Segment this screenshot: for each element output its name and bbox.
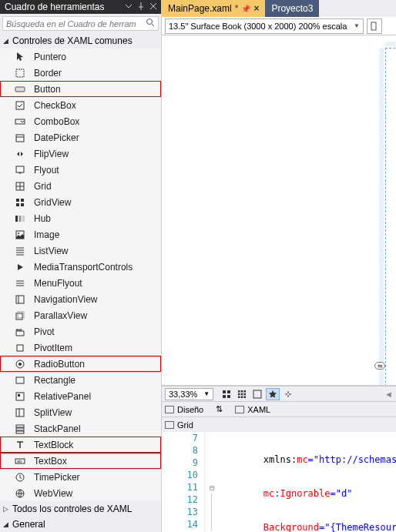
toolbox-item-datepicker[interactable]: DatePicker bbox=[0, 129, 161, 146]
tab-proyecto3[interactable]: Proyecto3 bbox=[265, 0, 319, 17]
toolbox-item-stackpanel[interactable]: StackPanel bbox=[0, 420, 161, 437]
toolbox-item-label: WebView bbox=[34, 488, 72, 499]
tab-mainpage[interactable]: MainPage.xaml* 📌 × bbox=[162, 0, 265, 17]
hub-icon bbox=[14, 212, 26, 225]
fold-margin[interactable]: ⊟ bbox=[205, 432, 219, 532]
toolbox-item-label: Grid bbox=[34, 181, 52, 192]
snap-icon[interactable] bbox=[281, 388, 295, 400]
toolbox-item-textbox[interactable]: abTextBox bbox=[0, 453, 161, 469]
device-selector[interactable]: 13.5" Surface Book (3000 x 2000) 200% es… bbox=[165, 18, 364, 34]
toolbox-item-listview[interactable]: ListView bbox=[0, 243, 161, 259]
toolbox-item-parallaxview[interactable]: ParallaxView bbox=[0, 307, 161, 323]
toolbox-item-splitview[interactable]: SplitView bbox=[0, 404, 161, 420]
toolbox-item-checkbox[interactable]: CheckBox bbox=[0, 97, 161, 113]
toolbox-item-label: RadioButton bbox=[34, 359, 85, 370]
orientation-icon[interactable] bbox=[367, 18, 382, 34]
rectangle-icon bbox=[14, 374, 26, 386]
datepicker-icon bbox=[14, 132, 26, 144]
toolbox-item-flipview[interactable]: FlipView bbox=[0, 146, 161, 162]
collapse-icon: ◢ bbox=[3, 520, 12, 528]
toolbox-item-label: SplitView bbox=[34, 407, 72, 418]
fit-icon[interactable] bbox=[250, 388, 264, 400]
toolbox-item-timepicker[interactable]: TimePicker bbox=[0, 469, 161, 485]
scroll-left-icon[interactable]: ◄ bbox=[384, 390, 393, 399]
search-input[interactable] bbox=[3, 18, 143, 30]
group-common-xaml[interactable]: ◢ Controles de XAML comunes bbox=[0, 33, 161, 49]
swap-panes[interactable]: ⇅ bbox=[216, 404, 223, 414]
toolbox-item-label: GridView bbox=[34, 197, 71, 208]
svg-rect-27 bbox=[16, 425, 24, 427]
svg-rect-23 bbox=[16, 377, 24, 383]
breadcrumb-bar: Grid bbox=[162, 417, 396, 432]
dirty-indicator: * bbox=[235, 3, 239, 14]
grid4-icon[interactable] bbox=[220, 388, 233, 400]
dropdown-icon[interactable] bbox=[124, 2, 133, 13]
toolbox-header: Cuadro de herramientas bbox=[0, 0, 161, 14]
pin-tab-icon[interactable]: 📌 bbox=[241, 5, 250, 13]
svg-rect-46 bbox=[241, 396, 243, 398]
toolbox-item-label: Button bbox=[34, 84, 61, 95]
svg-rect-17 bbox=[16, 296, 24, 303]
toolbox-item-image[interactable]: Image bbox=[0, 226, 161, 243]
effects-icon[interactable] bbox=[266, 388, 280, 400]
breadcrumb[interactable]: Grid bbox=[177, 420, 193, 430]
toolbox-item-pivot[interactable]: Pivot bbox=[0, 323, 161, 340]
toolbox-item-combobox[interactable]: ComboBox bbox=[0, 113, 161, 129]
artboard[interactable]: TextBox TextBox RadioButton RadioButton … bbox=[385, 48, 396, 386]
grid9-icon[interactable] bbox=[235, 388, 249, 400]
toolbox-item-border[interactable]: Border bbox=[0, 65, 161, 81]
timepicker-icon bbox=[14, 471, 26, 483]
designer-surface[interactable]: TextBox TextBox RadioButton RadioButton … bbox=[162, 35, 396, 386]
toolbox-item-label: CheckBox bbox=[34, 100, 76, 111]
toolbox-item-label: TextBox bbox=[34, 456, 67, 467]
toolbox-item-label: PivotItem bbox=[34, 343, 72, 353]
toolbox-item-hub[interactable]: Hub bbox=[0, 210, 161, 226]
toolbox-item-gridview[interactable]: GridView bbox=[0, 194, 161, 210]
toolbox-item-relativepanel[interactable]: RelativePanel bbox=[0, 388, 161, 404]
close-tab-icon[interactable]: × bbox=[253, 3, 259, 14]
svg-rect-1 bbox=[16, 69, 24, 77]
webview-icon bbox=[14, 487, 26, 500]
svg-rect-2 bbox=[15, 87, 25, 92]
code-content[interactable]: xmlns:mc="http://schemas. mc:Ignorable="… bbox=[219, 432, 396, 532]
toolbox-item-rectangle[interactable]: Rectangle bbox=[0, 372, 161, 388]
svg-rect-3 bbox=[16, 102, 24, 109]
svg-rect-19 bbox=[18, 312, 24, 318]
toolbox-item-button[interactable]: Button bbox=[0, 81, 161, 97]
code-editor[interactable]: 7891011121314 ⊟ xmlns:mc="http://schemas… bbox=[162, 432, 396, 532]
toolbox-item-puntero[interactable]: Puntero bbox=[0, 49, 161, 65]
toolbox-item-grid[interactable]: Grid bbox=[0, 178, 161, 194]
toolbox-item-label: FlipView bbox=[34, 149, 69, 159]
toolbox-search[interactable] bbox=[2, 16, 159, 31]
toolbox-item-menuflyout[interactable]: MenuFlyout bbox=[0, 275, 161, 291]
xaml-mode[interactable]: XAML bbox=[235, 405, 270, 414]
search-icon[interactable] bbox=[143, 18, 158, 29]
svg-rect-38 bbox=[227, 395, 230, 398]
pin-icon[interactable] bbox=[136, 2, 146, 13]
toolbox-item-label: Image bbox=[34, 229, 59, 240]
toolbox-item-webview[interactable]: WebView bbox=[0, 485, 161, 501]
combobox-icon bbox=[14, 115, 26, 128]
group-all-xaml[interactable]: ▷ Todos los controles de XAML bbox=[0, 501, 161, 517]
zoom-selector[interactable]: 33,33%▼ bbox=[165, 388, 213, 400]
pivotitem-icon bbox=[14, 342, 26, 354]
toolbox-item-label: ComboBox bbox=[34, 116, 79, 127]
smart-tag-icon[interactable]: ⇆ bbox=[374, 362, 385, 370]
toolbox-item-navigationview[interactable]: NavigationView bbox=[0, 291, 161, 307]
toolbox-item-radiobutton[interactable]: RadioButton bbox=[0, 356, 161, 372]
design-mode[interactable]: Diseño bbox=[165, 405, 203, 414]
toolbox-item-label: TextBlock bbox=[34, 440, 73, 450]
svg-rect-5 bbox=[16, 135, 24, 142]
svg-rect-10 bbox=[16, 203, 19, 206]
toolbox-item-label: Rectangle bbox=[34, 375, 76, 386]
group-general[interactable]: ◢ General bbox=[0, 517, 161, 532]
expand-icon: ▷ bbox=[3, 505, 12, 513]
grid-icon bbox=[165, 421, 174, 429]
toolbox-item-mediatransportcontrols[interactable]: MediaTransportControls bbox=[0, 259, 161, 275]
toolbox-item-label: Hub bbox=[34, 213, 51, 224]
toolbox-item-textblock[interactable]: TextBlock bbox=[0, 437, 161, 453]
close-icon[interactable] bbox=[149, 2, 158, 13]
toolbox-item-flyout[interactable]: Flyout bbox=[0, 162, 161, 178]
toolbox-item-pivotitem[interactable]: PivotItem bbox=[0, 340, 161, 356]
mediatransportcontrols-icon bbox=[14, 261, 26, 273]
